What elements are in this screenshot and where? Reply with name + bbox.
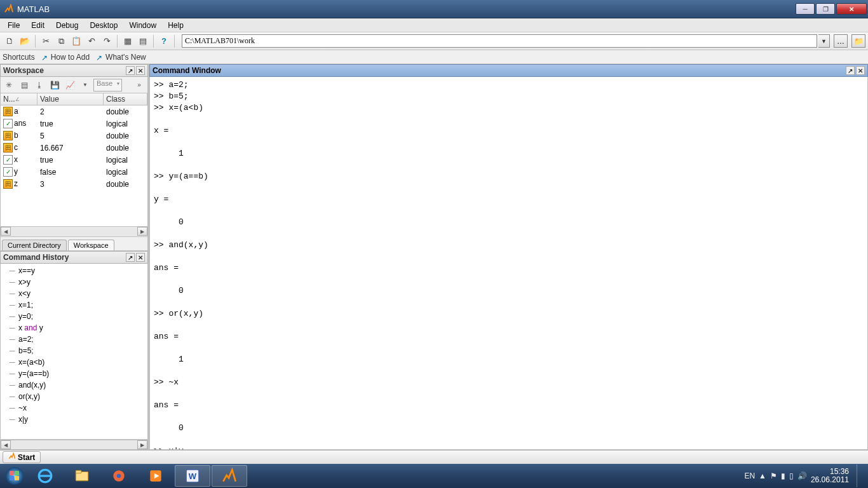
history-item[interactable]: b=5; [18,345,147,356]
undo-icon[interactable]: ↶ [85,34,98,48]
command-history-body[interactable]: x==yx>yx<yx=1;y=0;x and ya=2;b=5;x=(a<b)… [0,264,148,440]
flag-icon[interactable]: ⚑ [770,471,777,480]
undock-icon[interactable]: ↗ [126,66,135,75]
command-window-title[interactable]: Command Window ↗ ✕ [149,64,868,77]
command-window-body[interactable]: >> a=2; >> b=5; >> x=(a<b) x = 1 >> y=(a… [149,77,868,450]
taskbar-ie-icon[interactable] [27,465,63,487]
col-value[interactable]: Value [37,93,104,105]
scroll-left-icon[interactable]: ◀ [1,440,11,449]
undock-icon[interactable]: ↗ [846,66,855,75]
cut-icon[interactable]: ✂ [39,34,53,48]
workspace-row[interactable]: 田a2double [1,105,147,118]
new-var-icon[interactable]: ✳ [2,79,16,92]
history-item[interactable]: and(x,y) [18,379,147,391]
history-item[interactable]: y=0; [18,311,147,322]
svg-point-9 [117,474,121,478]
windows-start-button[interactable] [3,464,27,488]
workspace-header[interactable]: N... ∠ Value Class [1,93,147,105]
current-folder-path[interactable]: C:\MATLAB701\work [182,34,817,48]
history-item[interactable]: x==y [18,265,147,276]
tab-workspace[interactable]: Workspace [68,240,114,250]
col-name[interactable]: N... ∠ [1,93,37,105]
command-history-title[interactable]: Command History ↗ ✕ [0,251,148,264]
menu-debug[interactable]: Debug [51,20,83,31]
copy-icon[interactable]: ⧉ [54,34,68,48]
matlab-start-button[interactable]: Start [3,451,41,463]
history-item[interactable]: x>y [18,276,147,288]
history-item[interactable]: x=1; [18,299,147,311]
open-var-icon[interactable]: ▤ [17,79,31,92]
history-item[interactable]: or(x,y) [18,391,147,402]
stack-select[interactable]: Base [93,79,122,92]
plot-dropdown-icon[interactable]: ▼ [78,79,92,92]
workspace-hscroll[interactable]: ◀ ▶ [1,226,147,236]
tray-clock[interactable]: 15:36 26.06.2011 [811,468,849,484]
taskbar-matlab-icon[interactable] [212,465,247,487]
close-button[interactable]: ✕ [836,3,867,15]
windows-taskbar: W EN ▲ ⚑ ▮ ▯ 🔊 15:36 26.06.2011 [0,464,868,488]
panel-close-icon[interactable]: ✕ [856,66,865,75]
taskbar-media-icon[interactable] [138,465,173,487]
tray-language[interactable]: EN [744,471,755,480]
panel-close-icon[interactable]: ✕ [136,253,145,262]
paste-icon[interactable]: 📋 [69,34,83,48]
scroll-right-icon[interactable]: ▶ [137,227,147,236]
var-type-icon: ✓ [3,155,13,165]
shortcut-whats-new[interactable]: ↗ What's New [96,53,146,62]
taskbar-word-icon[interactable]: W [175,465,210,487]
history-item[interactable]: x=(a<b) [18,356,147,368]
new-file-icon[interactable]: 🗋 [3,34,17,48]
scroll-left-icon[interactable]: ◀ [1,227,11,236]
panel-close-icon[interactable]: ✕ [136,66,145,75]
workspace-row[interactable]: 田z3double [1,178,147,190]
history-item[interactable]: a=2; [18,334,147,345]
path-browse-button[interactable]: … [834,34,848,48]
workspace-row[interactable]: 田b5double [1,130,147,142]
menu-file[interactable]: File [3,20,25,31]
workspace-row[interactable]: 田c16.667double [1,142,147,154]
taskbar-app1-icon[interactable] [101,465,137,487]
import-icon[interactable]: ⭳ [32,79,46,92]
minimize-button[interactable]: ─ [796,3,815,15]
workspace-body[interactable]: 田a2double✓anstruelogical田b5double田c16.66… [1,105,147,226]
history-item[interactable]: ~x [18,402,147,414]
help-icon[interactable]: ? [157,34,171,48]
history-hscroll[interactable]: ◀ ▶ [0,440,148,450]
plot-icon[interactable]: 📈 [63,79,77,92]
undock-icon[interactable]: ↗ [126,253,135,262]
workspace-panel-title[interactable]: Workspace ↗ ✕ [0,64,148,77]
window-title: MATLAB [17,4,796,14]
menu-window[interactable]: Window [124,20,161,31]
matlab-start-bar: Start [0,450,868,464]
menu-desktop[interactable]: Desktop [85,20,123,31]
history-item[interactable]: x and y [18,322,147,334]
more-icon[interactable]: » [132,79,146,92]
redo-icon[interactable]: ↷ [100,34,114,48]
simulink-icon[interactable]: ▦ [121,34,135,48]
workspace-row[interactable]: ✓xtruelogical [1,154,147,166]
guide-icon[interactable]: ▤ [136,34,150,48]
matlab-icon [4,4,14,14]
maximize-button[interactable]: ❐ [816,3,835,15]
tab-current-directory[interactable]: Current Directory [2,240,67,250]
scroll-right-icon[interactable]: ▶ [137,440,147,449]
chevron-up-icon[interactable]: ▲ [759,471,766,480]
workspace-row[interactable]: ✓anstruelogical [1,118,147,130]
open-folder-icon[interactable]: 📂 [18,34,32,48]
network-icon[interactable]: ▮ [781,471,785,480]
save-icon[interactable]: 💾 [48,79,62,92]
battery-icon[interactable]: ▯ [789,471,794,480]
workspace-row[interactable]: ✓yfalselogical [1,166,147,178]
history-item[interactable]: y=(a==b) [18,368,147,379]
taskbar-explorer-icon[interactable] [64,465,100,487]
path-dropdown-icon[interactable]: ▼ [818,34,830,48]
history-item[interactable]: x|y [18,414,147,425]
menu-help[interactable]: Help [163,20,189,31]
show-desktop-button[interactable] [857,464,863,487]
volume-icon[interactable]: 🔊 [797,471,807,480]
path-up-button[interactable]: 📁 [851,34,865,48]
history-item[interactable]: x<y [18,288,147,299]
shortcut-how-to-add[interactable]: ↗ How to Add [41,53,90,62]
col-class[interactable]: Class [104,93,147,105]
menu-edit[interactable]: Edit [26,20,50,31]
